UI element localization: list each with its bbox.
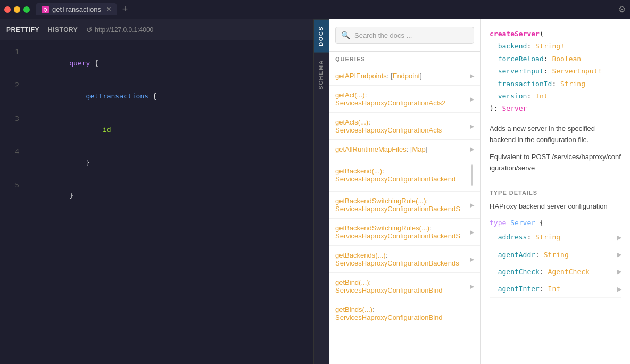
type-details-header: TYPE DETAILS [490,185,621,196]
detail-description: Adds a new server in the specified backe… [490,123,621,146]
code-line-1: 1 query { [0,47,313,80]
line-num-2: 2 [6,80,19,113]
chevron-right-icon: ▶ [617,286,621,293]
code-line-5: 5 } [0,180,313,213]
tab-label: getTransactions [52,5,101,13]
queries-section-label: QUERIES [329,52,480,67]
editor-panel: PRETTIFY HISTORY ↺ http://127.0.0.1:4000… [0,19,314,364]
query-item-getBackends[interactable]: getBackends(...): ServicesHaproxyConfigu… [329,246,480,273]
query-name: getBackends(...): ServicesHaproxyConfigu… [335,251,470,267]
tab-close-icon[interactable]: ✕ [106,6,111,13]
query-item-getBackend[interactable]: getBackend(...): ServicesHaproxyConfigur… [329,159,480,192]
detail-equivalent: Equivalent to POST /services/haproxy/con… [490,152,621,174]
chevron-right-icon: ▶ [617,234,621,241]
code-line-4: 4 } [0,146,313,179]
minimize-traffic-light[interactable] [14,6,20,13]
editor-toolbar: PRETTIFY HISTORY ↺ http://127.0.0.1:4000 [0,19,313,40]
new-tab-button[interactable]: + [119,3,131,16]
chevron-right-icon: ▶ [470,72,474,79]
side-tabs: DOCS SCHEMA [314,19,329,364]
query-name: getAPIEndpoints: [Endpoint] [335,72,422,80]
chevron-right-icon: ▶ [470,146,474,153]
query-name: getBackend(...): ServicesHaproxyConfigur… [335,167,470,183]
type-field-agentAddr[interactable]: agentAddr: String ▶ [490,246,621,263]
detail-function: createServer( backend: String! forceRelo… [490,28,621,115]
history-button[interactable]: HISTORY [48,26,78,34]
type-description: HAProxy backend server configuration [490,202,621,210]
docs-list: 🔍 Search the docs ... QUERIES getAPIEndp… [329,19,481,364]
search-input-wrapper[interactable]: 🔍 Search the docs ... [335,27,474,44]
main-area: PRETTIFY HISTORY ↺ http://127.0.0.1:4000… [0,19,630,364]
code-content-2: getTransactions { [28,80,157,113]
query-name: getAllRuntimeMapFiles: [Map] [335,145,427,153]
query-name: getBind(...): ServicesHaproxyConfigurati… [335,278,470,294]
tab-bar: Q getTransactions ✕ + ⚙ [0,0,630,19]
docs-search-bar: 🔍 Search the docs ... [329,19,480,52]
docs-tab[interactable]: DOCS [314,19,329,53]
code-line-3: 3 id [0,113,313,146]
code-content-3: id [28,113,111,146]
chevron-right-icon: ▶ [617,251,621,258]
line-num-1: 1 [6,47,19,80]
query-item-getAPIEndpoints[interactable]: getAPIEndpoints: [Endpoint] ▶ [329,67,480,86]
line-num-5: 5 [6,180,19,213]
type-field-address[interactable]: address: String ▶ [490,229,621,246]
query-name: getAcls(...): ServicesHaproxyConfigurati… [335,118,470,134]
query-item-getBackendSwitchingRules[interactable]: getBackendSwitchingRules(...): ServicesH… [329,219,480,246]
query-item-getAcls[interactable]: getAcls(...): ServicesHaproxyConfigurati… [329,113,480,140]
schema-tab[interactable]: SCHEMA [314,53,329,96]
settings-icon[interactable]: ⚙ [618,4,626,14]
chevron-right-icon: ▶ [470,256,474,263]
code-content-4: } [28,146,90,179]
chevron-right-icon: ▶ [617,268,621,275]
type-field-agentCheck[interactable]: agentCheck: AgentCheck ▶ [490,263,621,280]
docs-panel: 🔍 Search the docs ... QUERIES getAPIEndp… [329,19,630,364]
chevron-right-icon: ▶ [470,202,474,209]
query-item-getBackendSwitchingRule[interactable]: getBackendSwitchingRule(...): ServicesHa… [329,192,480,219]
close-traffic-light[interactable] [4,6,11,13]
code-content-5: } [28,180,73,213]
query-item-getBinds[interactable]: getBinds(...): ServicesHaproxyConfigurat… [329,300,480,327]
search-placeholder: Search the docs ... [354,31,412,39]
chevron-right-icon: ▶ [470,123,474,130]
chevron-right-icon: ▶ [470,229,474,236]
query-item-getAcl[interactable]: getAcl(...): ServicesHaproxyConfiguratio… [329,86,480,113]
query-name: getBinds(...): ServicesHaproxyConfigurat… [335,305,474,321]
query-name: getBackendSwitchingRule(...): ServicesHa… [335,197,470,213]
traffic-lights [4,6,30,13]
maximize-traffic-light[interactable] [23,6,30,13]
search-icon: 🔍 [341,31,350,39]
refresh-icon[interactable]: ↺ [86,26,93,34]
type-block: type Server { [490,217,621,229]
scrollbar-indicator [471,164,473,186]
type-field-agentInter[interactable]: agentInter: Int ▶ [490,280,621,297]
url-text: http://127.0.0.1:4000 [95,26,153,34]
query-item-getBind[interactable]: getBind(...): ServicesHaproxyConfigurati… [329,273,480,300]
queries-list: getAPIEndpoints: [Endpoint] ▶ getAcl(...… [329,67,480,364]
query-name: getBackendSwitchingRules(...): ServicesH… [335,224,470,240]
code-editor[interactable]: 1 query { 2 getTransactions { 3 id 4 [0,40,313,364]
chevron-right-icon: ▶ [470,283,474,290]
tab-getTransactions[interactable]: Q getTransactions ✕ [36,3,117,15]
code-content-1: query { [28,47,98,80]
prettify-button[interactable]: PRETTIFY [6,26,39,34]
docs-detail: createServer( backend: String! forceRelo… [481,19,630,364]
query-name: getAcl(...): ServicesHaproxyConfiguratio… [335,91,470,107]
url-bar: ↺ http://127.0.0.1:4000 [86,26,153,34]
code-line-2: 2 getTransactions { [0,80,313,113]
line-num-4: 4 [6,146,19,179]
query-item-getAllRuntimeMapFiles[interactable]: getAllRuntimeMapFiles: [Map] ▶ [329,140,480,159]
chevron-right-icon: ▶ [470,96,474,103]
line-num-3: 3 [6,113,19,146]
graphql-icon: Q [42,6,49,13]
